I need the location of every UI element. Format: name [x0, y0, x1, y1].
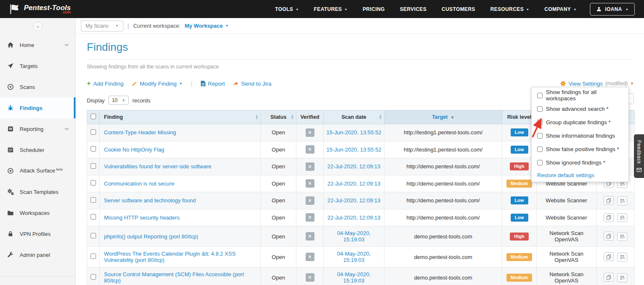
sidebar-item-attack-surface[interactable]: Attack Surfacebeta: [0, 160, 75, 181]
sidebar-item-scan-templates[interactable]: Scan Templates: [0, 181, 75, 202]
finding-link[interactable]: WordPress The Events Calendar Plugin &lt…: [104, 251, 236, 263]
finding-details-button[interactable]: [617, 253, 627, 261]
nav-item-customers[interactable]: CUSTOMERS: [441, 6, 475, 12]
option-checkbox[interactable]: [537, 133, 543, 139]
finding-link[interactable]: Cookie No HttpOnly Flag: [104, 146, 164, 153]
copy-finding-button[interactable]: [604, 213, 614, 222]
option-checkbox[interactable]: [537, 106, 543, 112]
add-finding-button[interactable]: + Add Finding: [87, 80, 123, 87]
header-verified[interactable]: Verified: [296, 110, 324, 124]
row-checkbox[interactable]: [91, 146, 96, 152]
sort-icon[interactable]: ▲▼: [291, 115, 294, 120]
finding-link[interactable]: Vulnerabilities found for server-side so…: [104, 163, 211, 170]
header-target[interactable]: Target▼: [384, 110, 502, 124]
nav-item-tools[interactable]: TOOLS▼: [275, 6, 299, 12]
header-status[interactable]: Status▲▼: [261, 110, 296, 124]
scan-date-link[interactable]: 04-May-2020, 15:19:03: [337, 230, 371, 243]
finding-details-button[interactable]: [617, 273, 627, 282]
scan-date-link[interactable]: 22-Jul-2020, 12:09:13: [327, 214, 380, 221]
my-scans-dropdown[interactable]: My Scans ▼: [81, 21, 123, 31]
sidebar-item-vpn-profiles[interactable]: VPN Profiles: [0, 223, 75, 244]
scan-date-link[interactable]: 04-May-2020, 15:19:03: [337, 251, 371, 263]
verified-toggle-button[interactable]: ×: [306, 196, 314, 205]
finding-details-button[interactable]: [617, 196, 627, 205]
row-checkbox[interactable]: [91, 129, 96, 135]
sidebar-collapse-button[interactable]: «: [33, 22, 42, 31]
scan-date-link[interactable]: 22-Jul-2020, 12:09:13: [327, 180, 380, 187]
verified-toggle-button[interactable]: ×: [306, 273, 314, 282]
verified-toggle-button[interactable]: ×: [306, 162, 314, 171]
restore-default-settings-link[interactable]: Restore default settings: [532, 169, 628, 179]
report-button[interactable]: Report: [201, 81, 225, 87]
copy-finding-button[interactable]: [604, 196, 614, 205]
copy-finding-button[interactable]: [604, 252, 614, 261]
row-checkbox[interactable]: [91, 163, 96, 169]
view-settings-option[interactable]: Show informational findings: [532, 129, 628, 142]
scan-date-link[interactable]: 22-Jul-2020, 12:09:13: [327, 197, 380, 204]
verified-toggle-button[interactable]: ×: [306, 128, 314, 137]
sidebar-item-admin-panel[interactable]: Admin panel: [0, 244, 75, 265]
nav-item-features[interactable]: FEATURES▼: [314, 6, 348, 12]
header-scan-date[interactable]: Scan date▲▼: [324, 110, 384, 124]
records-per-page-select[interactable]: 10 ▼: [109, 96, 129, 105]
copy-finding-button[interactable]: [604, 273, 614, 282]
sort-desc-icon: ▼: [451, 115, 454, 120]
verified-toggle-button[interactable]: ×: [306, 179, 314, 188]
view-settings-option[interactable]: Show findings for all workspaces: [532, 89, 628, 102]
view-settings-option[interactable]: Group duplicate findings *: [532, 115, 628, 129]
select-all-checkbox[interactable]: [91, 114, 96, 119]
sort-icon[interactable]: ▲▼: [379, 115, 382, 120]
finding-link[interactable]: Source Control Management (SCM) Files Ac…: [104, 271, 244, 284]
row-checkbox[interactable]: [91, 180, 96, 186]
finding-link[interactable]: Missing HTTP security headers: [104, 214, 179, 221]
finding-details-button[interactable]: [617, 232, 627, 241]
verified-toggle-button[interactable]: ×: [306, 232, 314, 241]
nav-item-company[interactable]: COMPANY▼: [544, 6, 576, 12]
row-checkbox[interactable]: [91, 233, 96, 238]
verified-toggle-button[interactable]: ×: [306, 253, 314, 261]
sort-icon[interactable]: ▲▼: [255, 115, 258, 120]
option-checkbox[interactable]: [537, 160, 543, 165]
row-checkbox[interactable]: [91, 274, 96, 280]
nav-item-pricing[interactable]: PRICING: [363, 6, 385, 12]
sidebar: « Home Targets Scans Findings W Reportin…: [0, 18, 76, 285]
copy-finding-button[interactable]: [604, 232, 614, 241]
finding-details-button[interactable]: [617, 213, 627, 222]
feedback-tab[interactable]: Feedback: [634, 134, 644, 178]
verified-toggle-button[interactable]: ×: [306, 213, 314, 222]
scan-date-link[interactable]: 15-Jun-2020, 13:55:52: [327, 129, 382, 136]
header-finding[interactable]: Finding▲▼: [100, 110, 261, 124]
row-checkbox[interactable]: [91, 214, 96, 220]
finding-link[interactable]: Server software and technology found: [104, 197, 196, 204]
nav-item-services[interactable]: SERVICES: [400, 6, 427, 12]
view-settings-button[interactable]: View Settings (modified) ▼: [560, 81, 634, 87]
option-checkbox[interactable]: [537, 146, 543, 152]
sidebar-item-scheduler[interactable]: Scheduler: [0, 139, 75, 160]
option-checkbox[interactable]: [537, 120, 543, 125]
verified-toggle-button[interactable]: ×: [306, 145, 314, 154]
scan-date-link[interactable]: 04-May-2020, 15:19:03: [337, 271, 371, 284]
row-checkbox[interactable]: [91, 197, 96, 203]
finding-link[interactable]: phpinfo() output Reporting (port 80/tcp): [104, 233, 198, 240]
sidebar-item-findings[interactable]: Findings: [0, 97, 75, 118]
sidebar-item-workspaces[interactable]: Workspaces: [0, 202, 75, 223]
modify-finding-button[interactable]: Modify Finding ▼: [132, 81, 182, 87]
pentest-tools-logo[interactable]: Pentest-Tools.com: [9, 3, 71, 15]
nav-item-resources[interactable]: RESOURCES▼: [490, 6, 529, 12]
sidebar-item-targets[interactable]: Targets: [0, 55, 75, 76]
scan-date-link[interactable]: 22-Jul-2020, 12:09:13: [327, 163, 380, 170]
sidebar-item-home[interactable]: Home: [0, 34, 75, 55]
scan-date-link[interactable]: 15-Jun-2020, 13:55:52: [327, 146, 382, 153]
sidebar-item-scans[interactable]: Scans: [0, 76, 75, 97]
option-checkbox[interactable]: [537, 93, 543, 98]
row-checkbox[interactable]: [91, 254, 96, 259]
send-to-jira-button[interactable]: Send to Jira: [233, 81, 271, 87]
user-menu-button[interactable]: IOANA ▼: [590, 3, 635, 16]
finding-link[interactable]: Content-Type Header Missing: [104, 129, 176, 136]
finding-link[interactable]: Communication is not secure: [104, 180, 174, 187]
view-settings-option[interactable]: Show false positive findings *: [532, 142, 628, 156]
sidebar-item-reporting[interactable]: W Reporting: [0, 118, 75, 139]
view-settings-option[interactable]: Show ignored findings *: [532, 156, 628, 169]
view-settings-option[interactable]: Show advanced search *: [532, 102, 628, 115]
workspace-selector[interactable]: My Workspace ▼: [184, 23, 229, 29]
